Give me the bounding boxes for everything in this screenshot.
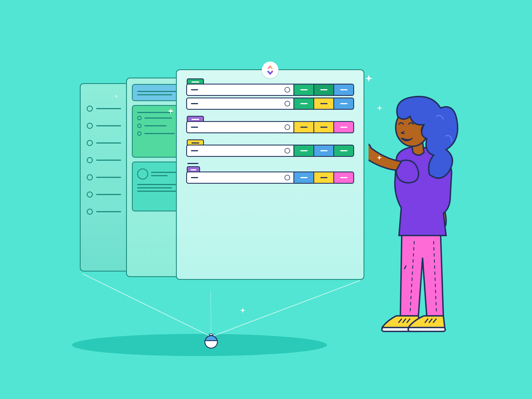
svg-line-0 [83, 274, 211, 337]
clickup-logo-badge [262, 62, 278, 78]
sparkle-icon [365, 75, 372, 82]
status-cell [293, 172, 313, 183]
status-cell [313, 122, 333, 132]
section-purple [186, 116, 354, 133]
table-row [186, 172, 354, 184]
sparkle-icon [114, 94, 118, 98]
status-cell [293, 145, 313, 156]
row-main [187, 122, 293, 132]
floor-shadow [72, 334, 327, 356]
status-cell [333, 122, 353, 132]
section-yellow [186, 139, 354, 157]
row-main [187, 85, 293, 95]
status-cell [313, 98, 333, 109]
projector-device [204, 335, 218, 349]
svg-rect-12 [408, 328, 445, 331]
svg-line-2 [211, 290, 211, 337]
table-row [186, 145, 354, 157]
character-person [369, 86, 485, 352]
clickup-logo-icon [266, 65, 275, 75]
sparkle-icon [240, 308, 245, 313]
status-cell [333, 85, 353, 95]
table-row [186, 84, 354, 96]
section-plain [186, 163, 354, 184]
status-cell [313, 172, 333, 183]
row-main [187, 172, 293, 183]
status-cell [313, 145, 333, 156]
row-main [187, 98, 293, 109]
status-cell [333, 98, 353, 109]
status-cell [313, 85, 333, 95]
panel-front [176, 69, 364, 280]
section-label [187, 163, 198, 164]
sparkle-icon [377, 105, 382, 111]
status-cell [293, 98, 313, 109]
row-main [187, 145, 293, 156]
svg-line-1 [211, 280, 360, 337]
status-cell [293, 122, 313, 132]
section-green [186, 78, 354, 110]
status-cell [333, 145, 353, 156]
sparkle-icon [168, 108, 174, 114]
illustration-canvas [0, 0, 532, 399]
table-row [186, 121, 354, 133]
sparkle-icon [377, 155, 382, 160]
table-row [186, 98, 354, 110]
status-cell [293, 85, 313, 95]
status-cell [333, 172, 353, 183]
